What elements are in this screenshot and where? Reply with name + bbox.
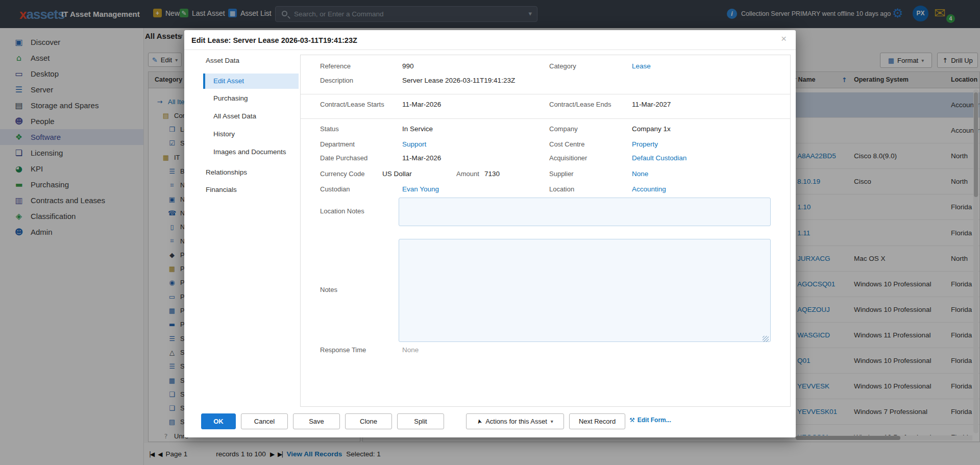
currency-code-label: Currency Code [320,170,364,178]
wrench-icon: ⚒ [629,417,635,424]
modal-nav-item-all-asset-data[interactable]: All Asset Data [213,112,256,120]
modal-nav-item-financials[interactable]: Financials [206,186,237,193]
acquisitioner-label: Acquisitioner [549,154,587,162]
notes-label: Notes [320,286,337,293]
clone-button[interactable]: Clone [345,413,392,429]
status-label: Status [320,125,339,133]
currency-code-value: US Dollar [382,170,412,178]
cost-centre-value-link[interactable]: Property [632,140,658,148]
supplier-value-link[interactable]: None [632,170,648,178]
modal-nav-item-relationships[interactable]: Relationships [206,168,247,176]
location-label: Location [549,185,574,193]
status-value: In Service [402,125,433,133]
category-value-link[interactable]: Lease [632,62,651,70]
edit-asset-form: Reference 990 Category Lease Description… [300,55,791,407]
location-notes-textarea[interactable] [399,198,771,226]
ok-button[interactable]: OK [201,413,236,429]
close-icon[interactable]: × [781,33,787,44]
save-button[interactable]: Save [293,413,340,429]
modal-nav-item-images-and-documents[interactable]: Images and Documents [213,148,286,156]
custodian-label: Custodian [320,185,350,193]
location-value-link[interactable]: Accounting [632,185,666,193]
company-value: Company 1x [632,125,671,133]
department-value-link[interactable]: Support [402,140,426,148]
actions-for-asset-button[interactable]: ➤ Actions for this Asset ▾ [466,413,564,429]
actions-chevron-down-icon: ▾ [551,419,553,424]
modal-title: Edit Lease: Server Lease 2026-03-11T19:4… [191,36,357,44]
next-record-button[interactable]: Next Record [569,413,625,429]
modal-nav-item-asset-data[interactable]: Asset Data [206,57,239,64]
date-purchased-value: 11-Mar-2026 [402,154,441,162]
textarea-resize-grip[interactable] [763,336,769,342]
description-label: Description [320,77,353,84]
location-notes-label: Location Notes [320,207,364,215]
split-button[interactable]: Split [397,413,444,429]
modal-nav-item-history[interactable]: History [213,130,235,138]
modal-nav-item-purchasing[interactable]: Purchasing [213,94,248,102]
cursor-icon: ➤ [475,418,483,425]
contract-ends-label: Contract/Lease Ends [549,101,611,108]
acquisitioner-value-link[interactable]: Default Custodian [632,154,687,162]
edit-form-link[interactable]: ⚒ Edit Form... [629,417,671,424]
description-value: Server Lease 2026-03-11T19:41:23Z [402,77,515,84]
cancel-button[interactable]: Cancel [241,413,288,429]
reference-value: 990 [402,62,414,70]
department-label: Department [320,140,355,148]
amount-label: Amount [456,170,479,178]
custodian-value-link[interactable]: Evan Young [402,185,439,193]
response-time-value: None [402,346,419,354]
contract-starts-value: 11-Mar-2026 [402,101,441,108]
amount-value: 7130 [484,170,500,178]
response-time-label: Response Time [320,346,366,354]
contract-ends-value: 11-Mar-2027 [632,101,671,108]
company-label: Company [549,125,578,133]
modal-nav-label: Edit Asset [213,77,244,85]
modal-nav-item-edit-asset[interactable]: Edit Asset [203,74,299,89]
supplier-label: Supplier [549,170,574,178]
reference-label: Reference [320,62,351,70]
notes-textarea[interactable] [399,239,771,342]
contract-starts-label: Contract/Lease Starts [320,101,384,108]
edit-lease-modal: Edit Lease: Server Lease 2026-03-11T19:4… [184,30,796,437]
category-label: Category [549,62,576,70]
date-purchased-label: Date Purchased [320,154,368,162]
cost-centre-label: Cost Centre [549,140,584,148]
